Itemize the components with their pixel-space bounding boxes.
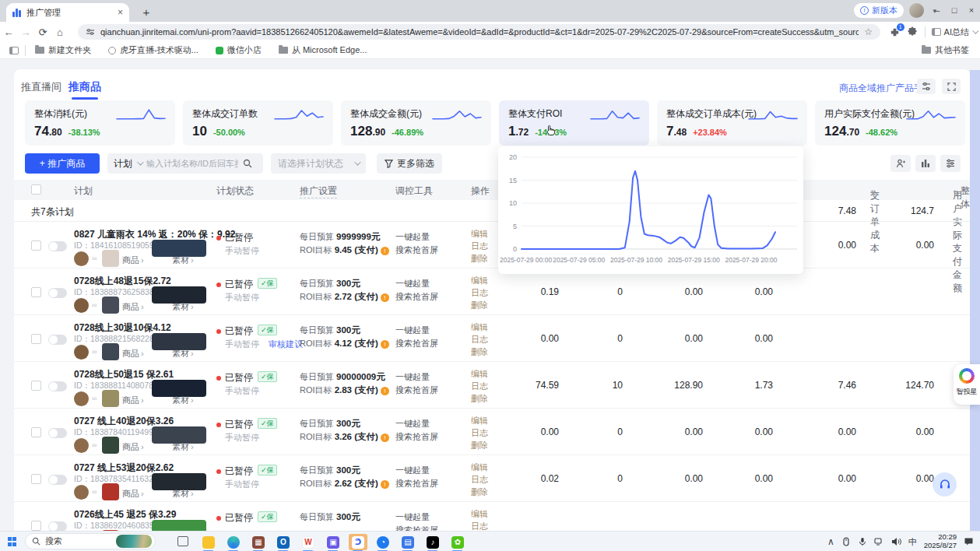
side-panel-icon[interactable] (9, 47, 19, 54)
log-link[interactable]: 日志 (471, 474, 488, 486)
tab-close-icon[interactable]: × (118, 8, 123, 17)
product-link[interactable]: 商品› (122, 301, 144, 313)
ai-summary-button[interactable]: AI总结 (932, 26, 977, 38)
product-link[interactable]: 商品› (122, 254, 144, 266)
delete-link[interactable]: 删除 (471, 300, 488, 311)
boost-tool[interactable]: 一键起量 (395, 371, 430, 383)
search-screen-tool[interactable]: 搜索抢首屏 (395, 338, 438, 349)
boost-tool[interactable]: 一键起量 (395, 325, 430, 336)
extension-icon[interactable]: 1 (889, 26, 901, 38)
row-checkbox[interactable] (31, 427, 41, 437)
wps-icon[interactable]: W (299, 534, 318, 550)
window-maximize-button[interactable]: □ (946, 0, 963, 20)
extensions-puzzle-icon[interactable] (907, 26, 919, 38)
delete-link[interactable]: 删除 (471, 440, 488, 451)
search-screen-tool[interactable]: 搜索抢首屏 (395, 244, 438, 256)
fullscreen-button[interactable] (942, 79, 961, 94)
forward-icon[interactable]: → (17, 26, 34, 38)
edit-link[interactable]: 编辑 (471, 508, 488, 520)
stat-card[interactable]: 整体消耗(元) 74 .80 -38.13% (25, 100, 175, 146)
boost-tool[interactable]: 一键起量 (395, 511, 430, 523)
row-checkbox[interactable] (31, 521, 41, 531)
row-checkbox[interactable] (31, 474, 41, 484)
tray-expand-icon[interactable]: ∧ (827, 536, 834, 547)
zhitouxing-widget[interactable]: 智投星 (954, 364, 980, 405)
file-explorer-icon[interactable] (199, 534, 218, 550)
delete-link[interactable]: 删除 (471, 486, 488, 498)
product-link[interactable]: 商品› (122, 488, 144, 500)
row-checkbox[interactable] (31, 240, 41, 251)
window-minimize-button[interactable]: – (929, 0, 946, 20)
product-link[interactable]: 商品› (122, 348, 144, 360)
member-settings-button[interactable] (890, 155, 911, 172)
material-link[interactable]: 素材› (172, 348, 194, 360)
mouse-device-icon[interactable] (841, 537, 851, 546)
browser-tab[interactable]: 推广管理 × (6, 3, 129, 22)
plan-search-group[interactable]: 计划 (107, 153, 263, 174)
edit-link[interactable]: 编辑 (471, 415, 488, 426)
boost-tool[interactable]: 一键起量 (395, 231, 430, 243)
bookmark-item[interactable]: 微信小店 (216, 44, 262, 56)
search-type-select[interactable]: 计划 (114, 157, 132, 170)
log-link[interactable]: 日志 (471, 521, 488, 531)
log-link[interactable]: 日志 (471, 287, 488, 299)
reload-icon[interactable]: ⟳ (34, 26, 51, 38)
log-link[interactable]: 日志 (471, 381, 488, 392)
material-link[interactable]: 素材› (172, 254, 194, 266)
app-blue-icon[interactable]: ▤ (399, 534, 417, 550)
stat-card[interactable]: 用户实际支付金额(元) 124 .70 -48.62% (815, 100, 965, 146)
microphone-icon[interactable] (858, 537, 867, 546)
site-settings-icon[interactable] (86, 27, 95, 37)
tab-promote-product[interactable]: 推商品 (68, 80, 101, 94)
bookmark-folder[interactable]: 新建文件夹 (35, 44, 91, 56)
app-purple-icon[interactable]: ▣ (324, 534, 342, 550)
delete-link[interactable]: 删除 (471, 346, 488, 358)
select-all-checkbox[interactable] (31, 184, 41, 195)
table-settings-button[interactable] (940, 155, 961, 172)
outlook-icon[interactable]: O (274, 534, 293, 550)
window-close-button[interactable]: × (963, 0, 980, 20)
row-toggle[interactable] (48, 335, 67, 345)
material-link[interactable]: 素材› (172, 301, 194, 313)
home-icon[interactable]: ⌂ (51, 26, 68, 38)
edit-link[interactable]: 编辑 (471, 275, 488, 286)
row-checkbox[interactable] (31, 381, 41, 391)
customer-service-button[interactable] (933, 472, 957, 497)
browser-avatar[interactable] (909, 3, 924, 18)
search-screen-tool[interactable]: 搜索抢首屏 (395, 525, 438, 531)
sort-icon[interactable]: ⇅ (953, 189, 959, 197)
ime-indicator[interactable]: 中 (908, 536, 917, 548)
tab-live-room[interactable]: 推直播间 (21, 80, 61, 94)
log-link[interactable]: 日志 (471, 240, 488, 252)
more-filters-button[interactable]: 更多筛选 (377, 153, 442, 174)
delete-link[interactable]: 删除 (471, 393, 488, 405)
stat-card[interactable]: 整体支付ROI 1 .72 -14.43% (499, 100, 649, 146)
app-blue-circle-icon[interactable]: ◔ (374, 534, 392, 550)
boost-tool[interactable]: 一键起量 (395, 418, 430, 430)
material-link[interactable]: 素材› (172, 488, 194, 500)
search-icon[interactable] (243, 159, 252, 168)
edit-link[interactable]: 编辑 (471, 228, 488, 240)
new-version-badge[interactable]: !新版本 (854, 3, 904, 18)
material-link[interactable]: 素材› (172, 395, 194, 406)
product-link[interactable]: 商品› (122, 441, 144, 453)
material-link[interactable]: 素材› (172, 441, 194, 453)
row-checkbox[interactable] (31, 334, 41, 344)
volume-icon[interactable] (891, 537, 901, 546)
network-icon[interactable] (874, 537, 884, 546)
taskbar-search[interactable]: 搜索 (25, 533, 156, 549)
boost-tool[interactable]: 一键起量 (395, 278, 430, 290)
address-bar[interactable]: qianchuan.jinritemai.com/uni-prom?aavid=… (78, 24, 880, 40)
delete-link[interactable]: 删除 (471, 253, 488, 265)
column-settings-button[interactable] (915, 155, 936, 172)
row-checkbox[interactable] (31, 287, 41, 297)
bookmark-item[interactable]: 虎牙直播-技术驱动... (108, 44, 198, 56)
log-link[interactable]: 日志 (471, 427, 488, 439)
layout-settings-button[interactable] (917, 79, 936, 94)
promote-product-button[interactable]: + 推广商品 (25, 153, 100, 174)
edit-link[interactable]: 编辑 (471, 368, 488, 380)
taskbar-clock[interactable]: 20:29 2025/8/27 (924, 533, 957, 550)
row-toggle[interactable] (48, 475, 67, 485)
app-store-icon[interactable]: ▦ (249, 534, 268, 550)
row-toggle[interactable] (48, 381, 67, 391)
